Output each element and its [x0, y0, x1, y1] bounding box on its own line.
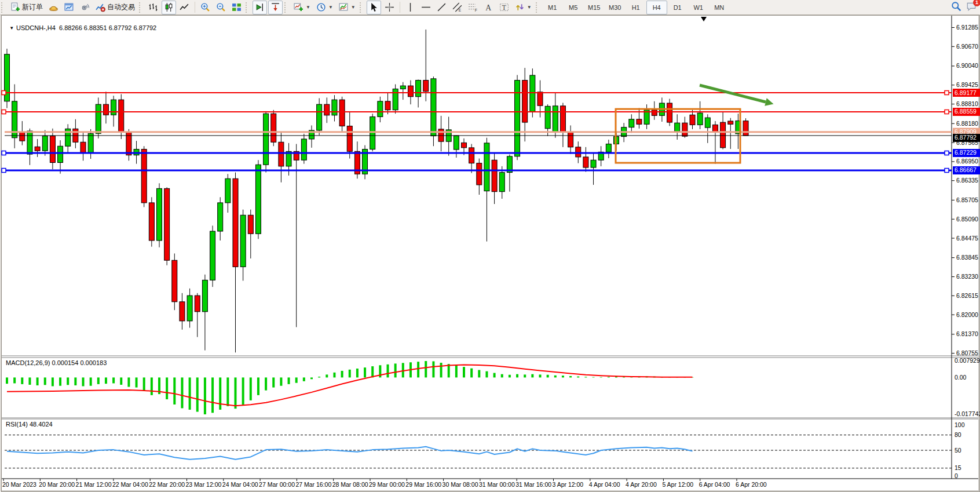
new-chart-button[interactable]: [62, 1, 76, 14]
chart-window-icon: [64, 2, 74, 12]
toolbar-separator: [195, 2, 195, 13]
svg-text:F: F: [474, 8, 477, 12]
timeframe-button-D1[interactable]: D1: [667, 1, 688, 14]
toolbar-grip[interactable]: [1, 2, 5, 13]
toolbar-grip[interactable]: [360, 2, 364, 13]
tile-windows-button[interactable]: [229, 1, 244, 14]
templates-icon: [339, 2, 349, 12]
chart-shift-button[interactable]: [268, 1, 283, 14]
profile-button[interactable]: [46, 1, 61, 14]
chevron-down-icon: ▼: [306, 5, 310, 10]
channel-button[interactable]: E: [450, 1, 465, 14]
cursor-icon: [369, 2, 379, 12]
channel-icon: E: [452, 2, 462, 12]
bar-chart-icon: [148, 2, 158, 12]
timeframe-button-H1[interactable]: H1: [626, 1, 646, 14]
line-chart-icon: [180, 2, 189, 12]
timeframe-button-M15[interactable]: M15: [584, 1, 605, 14]
signal-icon: [80, 2, 90, 12]
vertical-line-icon: [405, 2, 415, 12]
chevron-down-icon: ▼: [351, 5, 356, 10]
toolbar-grip[interactable]: [284, 2, 288, 13]
trendline-button[interactable]: [434, 1, 449, 14]
shapes-button[interactable]: ▼: [513, 1, 534, 14]
cursor-button[interactable]: [367, 1, 381, 14]
main-toolbar: 新订单 自动交易: [0, 0, 980, 15]
horizontal-line-icon: [421, 2, 431, 12]
zoom-out-button[interactable]: [214, 1, 228, 14]
notifications-button[interactable]: 1: [966, 1, 977, 13]
ohlc-values: 6.88266 6.88351 6.87792 6.87792: [59, 24, 156, 31]
label-icon: T: [499, 2, 509, 12]
label-button[interactable]: T: [497, 1, 511, 14]
toolbar-separator: [400, 2, 400, 13]
timeframe-button-H4[interactable]: H4: [646, 1, 667, 14]
chart-title: ▼USDCNH-,H4 6.88266 6.88351 6.87792 6.87…: [6, 17, 156, 31]
shapes-icon: [515, 2, 525, 12]
vertical-line-button[interactable]: [403, 1, 418, 14]
new-order-icon: [10, 2, 20, 12]
fibonacci-button[interactable]: F: [466, 1, 480, 14]
svg-text:T: T: [502, 4, 506, 12]
zoom-in-icon: [200, 2, 210, 12]
mt4-terminal-window: { "toolbar": { "new_order_label": "新订单",…: [0, 0, 980, 492]
macd-indicator-label: MACD(12,26,9) 0.000154 0.000183: [6, 359, 107, 366]
timeframe-button-M1[interactable]: M1: [542, 1, 563, 14]
periods-button[interactable]: ▼: [314, 1, 335, 14]
symbol-name: USDCNH-,H4: [16, 24, 56, 31]
signals-button[interactable]: [78, 1, 92, 14]
svg-text:E: E: [458, 8, 460, 12]
chevron-down-icon: ▼: [328, 5, 333, 10]
symbol-dropdown-icon[interactable]: ▼: [9, 25, 14, 31]
timeframe-toolbar: M1M5M15M30H1H4D1W1MN: [542, 1, 730, 14]
chart-shift-icon: [270, 2, 280, 12]
autotrade-label: 自动交易: [107, 2, 135, 12]
chart-window[interactable]: [1, 15, 980, 492]
candlestick-chart-button[interactable]: [162, 1, 176, 14]
autotrade-button[interactable]: 自动交易: [93, 1, 137, 14]
indicators-button[interactable]: ▼: [291, 1, 313, 14]
new-order-label: 新订单: [22, 2, 43, 12]
crosshair-icon: [385, 2, 394, 12]
hat-icon: [49, 2, 58, 12]
new-order-button[interactable]: 新订单: [8, 1, 45, 14]
text-icon: A: [484, 2, 493, 12]
notification-badge: 1: [973, 0, 980, 6]
autotrade-icon: [96, 2, 105, 12]
timeframe-button-M30[interactable]: M30: [605, 1, 626, 14]
chevron-down-icon: ▼: [527, 5, 532, 10]
search-icon: [951, 1, 961, 12]
fibonacci-icon: F: [468, 2, 478, 12]
timeframe-button-M5[interactable]: M5: [563, 1, 584, 14]
crosshair-button[interactable]: [382, 1, 397, 14]
zoom-in-button[interactable]: [198, 1, 213, 14]
toolbar-grip[interactable]: [139, 2, 143, 13]
autoscroll-icon: [255, 2, 265, 12]
text-button[interactable]: A: [481, 1, 496, 14]
line-chart-button[interactable]: [177, 1, 192, 14]
bar-chart-button[interactable]: [146, 1, 160, 14]
timeframe-button-W1[interactable]: W1: [688, 1, 709, 14]
toolbar-grip[interactable]: [536, 2, 540, 13]
rsi-indicator-label: RSI(14) 48.4024: [6, 421, 53, 428]
toolbar-grip[interactable]: [246, 2, 250, 13]
zoom-out-icon: [216, 2, 226, 12]
tile-windows-icon: [232, 2, 242, 12]
templates-button[interactable]: ▼: [337, 1, 358, 14]
autoscroll-button[interactable]: [253, 1, 267, 14]
indicators-icon: [294, 2, 303, 12]
svg-text:A: A: [485, 3, 491, 12]
trendline-icon: [437, 2, 447, 12]
periods-icon: [316, 2, 326, 12]
search-button[interactable]: [951, 1, 961, 13]
timeframe-button-MN[interactable]: MN: [709, 1, 730, 14]
candlestick-icon: [164, 2, 174, 12]
horizontal-line-button[interactable]: [419, 1, 433, 14]
